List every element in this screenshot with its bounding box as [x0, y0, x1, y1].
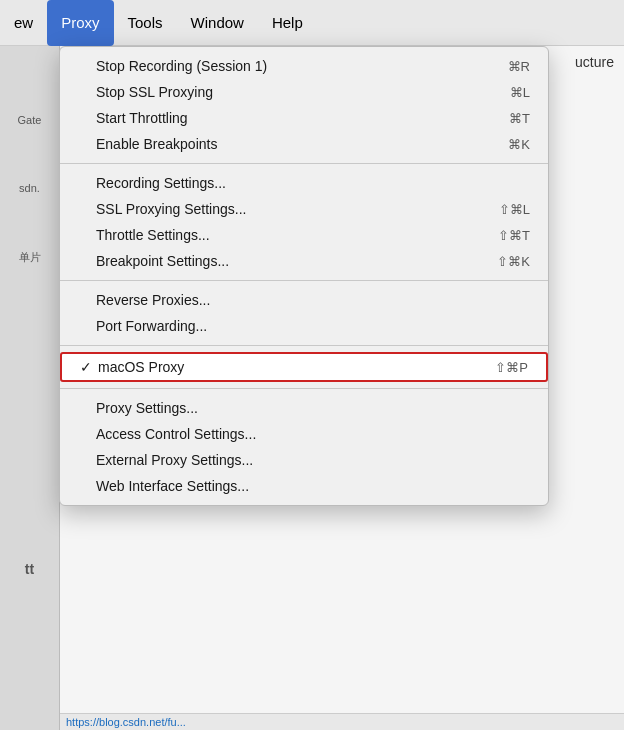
divider-3 [60, 345, 548, 346]
menu-access-control-settings[interactable]: Access Control Settings... [60, 421, 548, 447]
menu-item-help[interactable]: Help [258, 0, 317, 46]
menu-section-5: Proxy Settings... Access Control Setting… [60, 393, 548, 501]
menu-reverse-proxies[interactable]: Reverse Proxies... [60, 287, 548, 313]
structure-label: ucture [575, 54, 614, 70]
menu-breakpoint-settings[interactable]: Breakpoint Settings... ⇧⌘K [60, 248, 548, 274]
menu-enable-breakpoints[interactable]: Enable Breakpoints ⌘K [60, 131, 548, 157]
menu-item-window[interactable]: Window [177, 0, 258, 46]
menu-section-3: Reverse Proxies... Port Forwarding... [60, 285, 548, 341]
dropdown-menu: Stop Recording (Session 1) ⌘R Stop SSL P… [59, 46, 549, 506]
sidebar-label-tt: tt [0, 553, 59, 585]
menu-bar: ew Proxy Tools Window Help [0, 0, 624, 46]
menu-external-proxy-settings[interactable]: External Proxy Settings... [60, 447, 548, 473]
menu-macos-proxy[interactable]: ✓ macOS Proxy ⇧⌘P [60, 352, 548, 382]
menu-section-4: ✓ macOS Proxy ⇧⌘P [60, 350, 548, 384]
sidebar: Gate sdn. 单片 tt [0, 46, 60, 730]
menu-proxy-settings[interactable]: Proxy Settings... [60, 395, 548, 421]
menu-port-forwarding[interactable]: Port Forwarding... [60, 313, 548, 339]
menu-section-1: Stop Recording (Session 1) ⌘R Stop SSL P… [60, 51, 548, 159]
menu-item-proxy[interactable]: Proxy [47, 0, 113, 46]
sidebar-label-gate: Gate [0, 106, 59, 134]
menu-item-tools[interactable]: Tools [114, 0, 177, 46]
menu-stop-ssl[interactable]: Stop SSL Proxying ⌘L [60, 79, 548, 105]
sidebar-label-dan: 单片 [0, 242, 59, 273]
menu-section-2: Recording Settings... SSL Proxying Setti… [60, 168, 548, 276]
menu-throttle-settings[interactable]: Throttle Settings... ⇧⌘T [60, 222, 548, 248]
bottom-url-bar: https://blog.csdn.net/fu... [60, 713, 624, 730]
divider-2 [60, 280, 548, 281]
divider-4 [60, 388, 548, 389]
menu-web-interface-settings[interactable]: Web Interface Settings... [60, 473, 548, 499]
menu-stop-recording[interactable]: Stop Recording (Session 1) ⌘R [60, 53, 548, 79]
menu-recording-settings[interactable]: Recording Settings... [60, 170, 548, 196]
menu-ssl-proxying-settings[interactable]: SSL Proxying Settings... ⇧⌘L [60, 196, 548, 222]
sidebar-label-sdn: sdn. [0, 174, 59, 202]
divider-1 [60, 163, 548, 164]
menu-start-throttling[interactable]: Start Throttling ⌘T [60, 105, 548, 131]
menu-item-view[interactable]: ew [0, 0, 47, 46]
